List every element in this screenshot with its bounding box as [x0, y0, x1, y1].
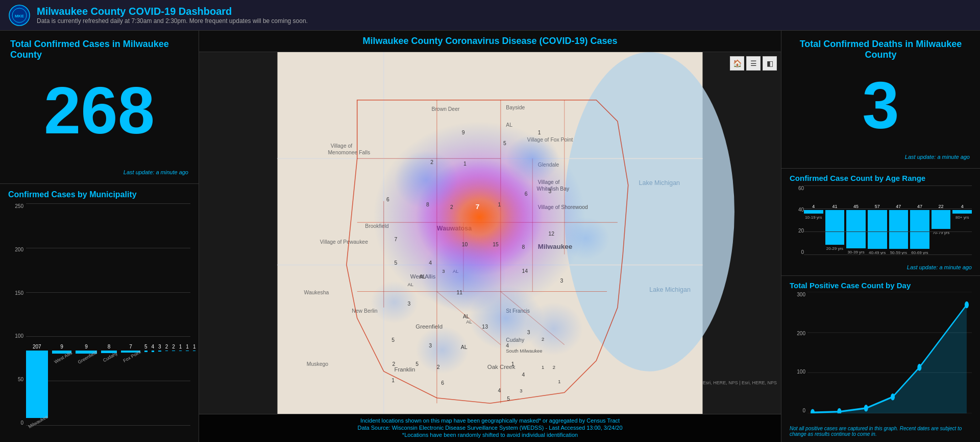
age-bar-label: 20-29 yrs — [826, 246, 843, 251]
svg-text:Lake Michigan: Lake Michigan — [649, 286, 691, 293]
bar-rect — [152, 351, 155, 352]
age-bar-rect — [910, 210, 929, 249]
svg-text:8: 8 — [522, 244, 525, 250]
bar-rect — [165, 351, 168, 351]
bar-value: 3 — [158, 344, 161, 350]
svg-text:2: 2 — [392, 361, 395, 367]
bar-value: 9 — [85, 344, 88, 350]
map-title: Milwaukee County Coronavirus Disease (CO… — [199, 31, 781, 52]
age-bar-item: 22 70-79 yrs — [932, 204, 951, 255]
header-text: Milwaukee County COVID-19 Dashboard Data… — [37, 6, 308, 25]
svg-text:5: 5 — [391, 337, 395, 343]
municipality-chart-inner: 250 200 150 100 50 0 207 Milwaukee 9 Wes… — [8, 203, 190, 436]
svg-point-111 — [837, 408, 841, 413]
svg-text:1: 1 — [498, 202, 501, 207]
age-y-60: 60 — [790, 185, 804, 191]
svg-text:3: 3 — [408, 301, 411, 307]
map-home-button[interactable]: 🏠 — [730, 56, 744, 71]
daily-chart-footer: Not all positive cases are captured in t… — [790, 426, 972, 437]
daily-chart-box: Total Positive Case Count by Day 300 200… — [781, 276, 980, 442]
svg-text:AL: AL — [420, 274, 426, 280]
bar-value: 9 — [60, 344, 63, 350]
age-bar-item: 4 10-19 yrs — [804, 204, 823, 255]
svg-text:5: 5 — [415, 361, 419, 367]
svg-text:6: 6 — [386, 197, 389, 202]
bar-value: 1 — [193, 344, 196, 350]
map-footer-line2: Data Source: Wisconsin Electronic Diseas… — [204, 425, 776, 431]
age-bar-label: 10-19 yrs — [805, 215, 822, 220]
age-grid-60 — [804, 185, 972, 186]
age-bar-value: 57 — [875, 204, 880, 209]
municipality-title: Confirmed Cases by Municipality — [8, 190, 190, 199]
age-bar-item: 45 30-39 yrs — [846, 204, 866, 255]
bar-value: 8 — [108, 344, 111, 350]
svg-text:12: 12 — [549, 231, 555, 237]
age-bar-rect — [868, 210, 887, 249]
svg-text:8: 8 — [426, 202, 429, 207]
age-bar-rect — [825, 210, 845, 245]
svg-point-54 — [506, 134, 559, 182]
map-layers-button[interactable]: ◧ — [763, 56, 777, 71]
svg-point-56 — [415, 326, 469, 374]
svg-text:1: 1 — [538, 130, 541, 135]
svg-text:AL: AL — [463, 314, 470, 319]
svg-text:10: 10 — [462, 242, 468, 247]
svg-text:14: 14 — [522, 268, 528, 274]
map-list-button[interactable]: ☰ — [746, 56, 761, 71]
bar-rect — [158, 351, 161, 352]
svg-text:2: 2 — [430, 159, 433, 165]
map-container[interactable]: Lake Michigan Lake Michigan Village of M… — [199, 52, 781, 414]
header: MKE Milwaukee County COVID-19 Dashboard … — [0, 0, 980, 31]
municipality-bar-item: 9 West Allis — [52, 344, 72, 426]
line-y-labels: 300 200 100 0 — [790, 292, 807, 413]
age-bar-item: 57 40-49 yrs — [868, 204, 887, 255]
svg-text:2: 2 — [542, 337, 544, 342]
svg-text:1: 1 — [391, 378, 395, 383]
svg-text:5: 5 — [507, 396, 510, 402]
municipality-bar-item: 5 — [144, 344, 148, 426]
total-cases-box: Total Confirmed Cases in Milwaukee Count… — [0, 31, 199, 184]
age-bar-value: 22 — [939, 204, 944, 209]
bar-value: 7 — [129, 344, 132, 350]
svg-text:3: 3 — [520, 388, 522, 393]
svg-point-115 — [965, 301, 969, 309]
age-chart-last-update: Last update: a minute ago — [790, 264, 972, 270]
bar-value: 1 — [179, 344, 182, 350]
bar-value: 207 — [33, 344, 41, 350]
bar-value: 1 — [186, 344, 189, 350]
right-panel: Total Confirmed Deaths in Milwaukee Coun… — [781, 31, 980, 442]
svg-text:Village of: Village of — [331, 143, 353, 149]
age-bar-value: 4 — [961, 204, 964, 209]
svg-text:MKE: MKE — [15, 14, 24, 18]
map-footer: Incident locations shown on this map hav… — [199, 414, 781, 442]
age-bar-value: 41 — [832, 204, 837, 209]
map-footer-line3: *Locations have been randomly shifted to… — [204, 432, 776, 438]
left-panel: Total Confirmed Cases in Milwaukee Count… — [0, 31, 199, 442]
municipality-bar-item: 4 — [152, 344, 155, 426]
age-bar-label: 70-79 yrs — [933, 230, 949, 235]
svg-point-110 — [811, 409, 815, 414]
age-bar-rect — [889, 210, 909, 249]
svg-text:Waukesha: Waukesha — [304, 290, 329, 295]
line-y-0: 0 — [790, 408, 807, 413]
svg-text:15: 15 — [493, 242, 499, 247]
total-cases-last-update: Last update: a minute ago — [10, 169, 188, 175]
municipality-bars-container: 207 Milwaukee 9 West Allis 9 Greenfield … — [8, 203, 195, 426]
svg-point-113 — [891, 393, 895, 401]
svg-text:3: 3 — [527, 330, 530, 335]
age-bar-value: 47 — [917, 204, 922, 209]
total-cases-title: Total Confirmed Cases in Milwaukee Count… — [10, 39, 188, 60]
svg-point-57 — [371, 281, 419, 323]
svg-text:9: 9 — [462, 130, 465, 135]
bar-value: 4 — [152, 344, 155, 350]
svg-text:2: 2 — [553, 365, 555, 370]
age-bar-label: 40-49 yrs — [869, 250, 886, 255]
svg-text:3: 3 — [442, 269, 445, 274]
svg-text:Franklin: Franklin — [395, 366, 415, 373]
age-bar-value: 4 — [812, 204, 815, 209]
age-bar-item: 41 20-29 yrs — [825, 204, 845, 255]
age-y-20: 20 — [790, 228, 804, 234]
svg-text:4: 4 — [498, 388, 501, 393]
municipality-bar-item: 1 — [186, 344, 189, 426]
bar-rect — [193, 351, 196, 351]
